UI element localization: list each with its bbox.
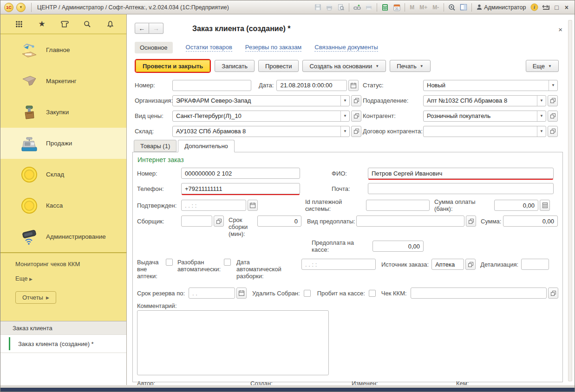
- contract-select[interactable]: ▼: [423, 126, 546, 137]
- create-based-on-button[interactable]: Создать на основании▼: [302, 60, 386, 72]
- tab-goods[interactable]: Товары (1): [134, 140, 176, 152]
- payment-id-input[interactable]: [366, 200, 430, 211]
- number-input[interactable]: [172, 80, 251, 91]
- prepayment-cash-input[interactable]: 0,00: [372, 241, 424, 252]
- chevron-down-icon[interactable]: ▼: [340, 96, 349, 106]
- prepayment-type-input[interactable]: [356, 216, 464, 227]
- warehouse-select[interactable]: АУ1032 СПб Абрамова 8▼: [172, 126, 350, 137]
- save-icon[interactable]: [313, 3, 323, 12]
- department-select[interactable]: Апт №1032 СПб Абрамова 8▼: [423, 95, 546, 106]
- close-form-icon[interactable]: ×: [558, 26, 562, 33]
- auto-disassembly-date-input[interactable]: . . : :: [301, 259, 376, 270]
- nav-reserves-link[interactable]: Резервы по заказам: [245, 44, 301, 52]
- zoom-icon[interactable]: [447, 3, 457, 12]
- sidebar-item-administrirovanie[interactable]: Администрирование: [0, 221, 126, 252]
- collector-open-button[interactable]: [214, 216, 224, 227]
- amount-input[interactable]: 0,00: [503, 216, 558, 227]
- memory-plus-button[interactable]: M+: [418, 4, 429, 11]
- comment-textarea[interactable]: [137, 310, 329, 375]
- build-time-input[interactable]: 0: [257, 216, 301, 227]
- phone-input[interactable]: +79211111111: [181, 183, 300, 194]
- current-user[interactable]: Администратор: [475, 4, 528, 11]
- sidebar-item-glavnoe[interactable]: Главное: [0, 34, 126, 65]
- memory-recall-button[interactable]: M: [408, 4, 416, 11]
- notifications-bell-icon[interactable]: [105, 20, 115, 29]
- contract-open-button[interactable]: [548, 126, 558, 137]
- reserve-until-date-input[interactable]: . .: [189, 287, 235, 299]
- order-source-open-button[interactable]: [465, 259, 476, 270]
- counterparty-select[interactable]: Розничный покупатель▼: [423, 111, 546, 122]
- resize-width-icon[interactable]: [541, 3, 551, 12]
- collector-input[interactable]: [181, 216, 212, 227]
- price-type-open-button[interactable]: [351, 111, 361, 122]
- kkm-check-open-button[interactable]: [548, 287, 558, 299]
- organization-open-button[interactable]: [351, 95, 361, 106]
- chevron-down-icon[interactable]: ▼: [537, 96, 546, 106]
- history-icon[interactable]: [60, 20, 69, 29]
- prepayment-type-open-button[interactable]: [466, 216, 476, 227]
- delete-collected-checkbox[interactable]: [304, 290, 311, 297]
- kkm-check-input[interactable]: [411, 287, 547, 299]
- main-menu-button[interactable]: ▼: [16, 3, 26, 12]
- fio-input[interactable]: Петров Сергей Иванович: [368, 168, 554, 179]
- write-button[interactable]: Записать: [215, 60, 255, 72]
- link-icon[interactable]: [352, 3, 362, 12]
- split-view-icon[interactable]: [458, 3, 469, 12]
- detail-input[interactable]: [521, 259, 549, 270]
- chevron-down-icon[interactable]: ▼: [340, 126, 349, 137]
- chevron-down-icon[interactable]: ▼: [340, 111, 349, 121]
- organization-select[interactable]: ЭРКАФАРМ Северо-Запад▼: [172, 95, 350, 106]
- internet-number-input[interactable]: 000000000 2 102: [181, 168, 300, 179]
- department-open-button[interactable]: [548, 95, 558, 106]
- vertical-scrollbar[interactable]: [568, 20, 572, 381]
- post-button[interactable]: Провести: [258, 60, 299, 72]
- price-type-select[interactable]: Санкт-Петербург(Л)_10▼: [172, 111, 350, 122]
- print-preview-icon[interactable]: [336, 3, 346, 12]
- search-icon[interactable]: [83, 20, 92, 29]
- info-icon[interactable]: i: [529, 3, 539, 12]
- chevron-down-icon[interactable]: ▼: [549, 80, 557, 91]
- calendar-icon[interactable]: 31: [392, 3, 402, 12]
- sidebar-more-link[interactable]: Еще ▶: [15, 275, 126, 282]
- confirmed-calendar-button[interactable]: [248, 200, 258, 211]
- status-select[interactable]: Новый▼: [423, 80, 558, 91]
- nav-linked-docs-link[interactable]: Связанные документы: [314, 44, 378, 52]
- maximize-button[interactable]: □: [552, 4, 561, 11]
- issue-outside-checkbox[interactable]: [166, 259, 173, 266]
- sidebar-item-prodazhi[interactable]: Продажи: [0, 128, 126, 159]
- memory-minus-button[interactable]: M-: [431, 4, 441, 11]
- nav-main[interactable]: Основное: [135, 42, 173, 53]
- post-and-close-button[interactable]: Провести и закрыть: [136, 60, 210, 72]
- close-window-button[interactable]: ×: [562, 4, 571, 11]
- bank-amount-calculator-button[interactable]: [540, 200, 550, 211]
- nav-stock-link[interactable]: Остатки товаров: [186, 44, 232, 52]
- print-icon[interactable]: [324, 3, 334, 12]
- open-window-item-active[interactable]: Заказ клиента (создание) *: [0, 335, 126, 353]
- date-input[interactable]: 21.08.2018 0:00:00: [276, 80, 347, 91]
- disassembled-checkbox[interactable]: [224, 259, 231, 266]
- counterparty-open-button[interactable]: [548, 111, 558, 122]
- sidebar-item-zakupki[interactable]: Закупки: [0, 97, 126, 128]
- back-button[interactable]: ←: [135, 23, 149, 34]
- date-calendar-button[interactable]: [348, 80, 359, 91]
- calculator-icon[interactable]: [380, 3, 390, 12]
- fax-icon[interactable]: [364, 3, 374, 12]
- more-button[interactable]: Еще▼: [526, 60, 559, 72]
- sidebar-item-kassa[interactable]: Касса: [0, 190, 126, 221]
- sidebar-item-marketing[interactable]: Маркетинг: [0, 65, 126, 97]
- bank-amount-input[interactable]: 0,00: [494, 200, 538, 211]
- chevron-down-icon[interactable]: ▼: [537, 111, 546, 121]
- chevron-down-icon[interactable]: ▼: [537, 126, 546, 137]
- tab-additional[interactable]: Дополнительно: [178, 140, 235, 152]
- confirmed-datetime-input[interactable]: . . : :: [181, 200, 246, 211]
- warehouse-open-button[interactable]: [351, 126, 361, 137]
- sidebar-item-sklad[interactable]: Склад: [0, 159, 126, 190]
- order-source-input[interactable]: Аптека: [431, 259, 464, 270]
- favorites-star-icon[interactable]: ★: [37, 20, 46, 29]
- reports-button[interactable]: Отчеты ▶: [15, 291, 56, 304]
- monitoring-link[interactable]: Мониторинг чеков ККМ: [15, 261, 126, 268]
- email-input[interactable]: [368, 183, 554, 194]
- reserve-until-calendar-button[interactable]: [236, 287, 247, 299]
- cash-receipt-checkbox[interactable]: [369, 290, 376, 297]
- forward-button[interactable]: →: [149, 23, 163, 34]
